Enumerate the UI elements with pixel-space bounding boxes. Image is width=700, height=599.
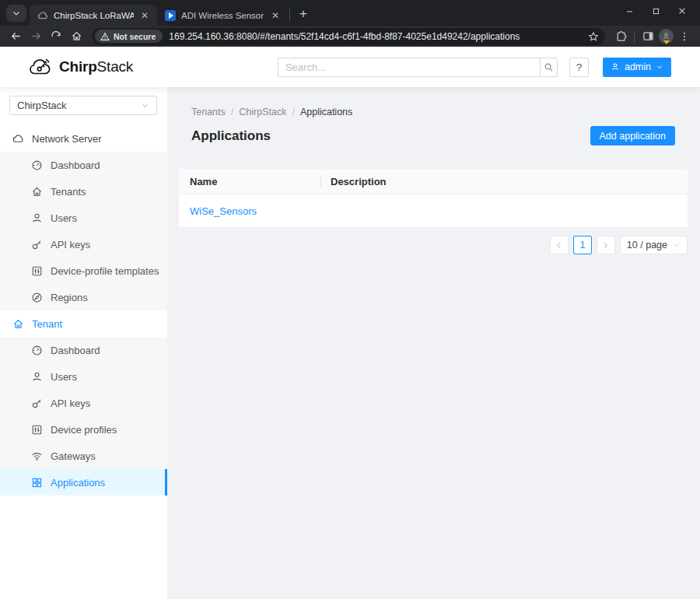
sidebar-item-ns-api-keys[interactable]: API keys (0, 231, 167, 257)
sidebar-item-ns-tenants[interactable]: Tenants (0, 178, 167, 205)
side-panel-button[interactable] (639, 28, 657, 45)
pagination-next-button[interactable] (597, 236, 615, 254)
tenant-select[interactable]: ChirpStack (9, 96, 157, 115)
compass-icon (31, 292, 43, 303)
maximize-icon (652, 7, 660, 16)
search-submit-button[interactable] (540, 58, 558, 77)
reload-button[interactable] (47, 28, 65, 45)
sidebar-group-label: Network Server (32, 133, 102, 145)
add-application-button[interactable]: Add application (590, 126, 675, 145)
chirpstack-logo[interactable]: ChirpStack (28, 57, 133, 78)
table-row: WiSe_Sensors (179, 194, 688, 228)
tab-close-icon[interactable]: ✕ (269, 9, 282, 22)
sidebar-item-label: Dashboard (51, 159, 100, 171)
control-icon (31, 424, 43, 436)
appstore-icon (31, 477, 43, 489)
main-content: Tenants / ChirpStack / Applications Appl… (167, 87, 700, 599)
kebab-menu-icon (679, 31, 690, 42)
new-tab-button[interactable]: + (293, 4, 313, 24)
extensions-button[interactable] (611, 28, 630, 45)
page-size-select[interactable]: 10 / page (620, 236, 688, 254)
column-header-description: Description (320, 176, 688, 187)
network-server-submenu: Dashboard Tenants Users API keys Device-… (0, 152, 167, 310)
warning-icon (100, 32, 110, 41)
pagination: 1 10 / page (179, 236, 688, 254)
sidebar-item-label: Dashboard (51, 345, 100, 356)
tenant-submenu: Dashboard Users API keys Device profiles… (0, 337, 167, 496)
pagination-prev-button[interactable] (550, 236, 569, 254)
page-title: Applications (191, 128, 271, 144)
user-icon (611, 62, 620, 72)
control-icon (31, 265, 43, 277)
sidebar-item-ns-users[interactable]: Users (0, 205, 167, 231)
security-chip[interactable]: Not secure (95, 30, 163, 43)
sidebar-item-ns-dashboard[interactable]: Dashboard (0, 152, 167, 178)
breadcrumb-applications: Applications (300, 107, 352, 117)
home-icon (71, 30, 82, 42)
sidebar-item-ns-device-profile-templates[interactable]: Device-profile templates (0, 257, 167, 284)
sidebar-item-tenant-dashboard[interactable]: Dashboard (0, 337, 167, 363)
window-maximize-button[interactable] (642, 0, 669, 22)
puzzle-icon (615, 30, 627, 42)
user-menu-button[interactable]: admin (603, 58, 671, 77)
sidebar-item-label: Gateways (51, 450, 96, 462)
chirpstack-logo-icon (28, 57, 53, 78)
logo-text: ChirpStack (59, 58, 133, 75)
application-link[interactable]: WiSe_Sensors (190, 205, 257, 217)
breadcrumb-tenants[interactable]: Tenants (191, 107, 226, 117)
sidebar-group-tenant[interactable]: Tenant (0, 310, 167, 337)
sidebar-item-tenant-users[interactable]: Users (0, 363, 167, 390)
tab-search-button[interactable] (6, 5, 26, 22)
sync-warning-icon (663, 40, 670, 44)
breadcrumb-separator: / (292, 107, 294, 117)
tenant-select-value: ChirpStack (17, 100, 67, 111)
user-menu-label: admin (625, 61, 651, 72)
tab-chirpstack[interactable]: ChirpStack LoRaWAN® Networ ✕ (30, 5, 157, 26)
pagination-page-1[interactable]: 1 (573, 236, 592, 254)
sidebar: ChirpStack Network Server Dashboard (0, 87, 167, 599)
window-close-button[interactable] (669, 0, 695, 22)
chevron-down-icon (656, 63, 663, 71)
person-icon (662, 32, 670, 40)
url-bar[interactable]: Not secure 169.254.160.36:8080/#/tenants… (92, 28, 605, 45)
sidebar-item-ns-regions[interactable]: Regions (0, 284, 167, 310)
dashboard-icon (31, 345, 43, 356)
sidebar-item-label: Users (51, 371, 77, 383)
home-icon (31, 186, 43, 198)
help-button[interactable]: ? (569, 58, 589, 77)
home-icon (12, 318, 24, 330)
chevron-down-icon (141, 101, 149, 110)
tab-title: ChirpStack LoRaWAN® Networ (54, 11, 134, 20)
sidebar-item-label: Applications (51, 477, 105, 489)
security-chip-label: Not secure (114, 32, 156, 41)
forward-button[interactable] (26, 28, 45, 45)
global-search-input[interactable] (278, 58, 540, 77)
tab-adi-hub[interactable]: ADI Wireless Sensor Hub ✕ (157, 5, 288, 26)
tab-close-icon[interactable]: ✕ (138, 9, 151, 22)
column-header-name: Name (179, 176, 320, 187)
breadcrumb-chirpstack[interactable]: ChirpStack (239, 107, 286, 117)
sidebar-item-tenant-applications[interactable]: Applications (0, 469, 167, 496)
sidebar-item-tenant-device-profiles[interactable]: Device profiles (0, 416, 167, 443)
minimize-icon (625, 7, 634, 16)
arrow-left-icon (10, 30, 22, 42)
browser-toolbar: Not secure 169.254.160.36:8080/#/tenants… (0, 26, 700, 47)
home-button[interactable] (67, 28, 86, 45)
window-minimize-button[interactable] (616, 0, 642, 22)
back-button[interactable] (6, 28, 25, 45)
sidebar-item-tenant-api-keys[interactable]: API keys (0, 390, 167, 416)
sidebar-item-label: Regions (51, 292, 88, 303)
sidebar-item-tenant-gateways[interactable]: Gateways (0, 443, 167, 469)
cloud-icon (12, 133, 24, 145)
key-icon (31, 239, 43, 250)
side-panel-icon (642, 30, 654, 42)
sidebar-item-label: Device-profile templates (51, 265, 159, 277)
tab-divider (289, 9, 290, 21)
chevron-down-icon (673, 241, 681, 249)
browser-profile-avatar[interactable] (659, 29, 674, 44)
sidebar-group-network-server[interactable]: Network Server (0, 125, 167, 152)
browser-menu-button[interactable] (675, 28, 694, 45)
bookmark-star-icon[interactable] (588, 31, 599, 42)
reload-icon (51, 31, 61, 42)
applications-table: Name Description WiSe_Sensors (179, 169, 688, 228)
